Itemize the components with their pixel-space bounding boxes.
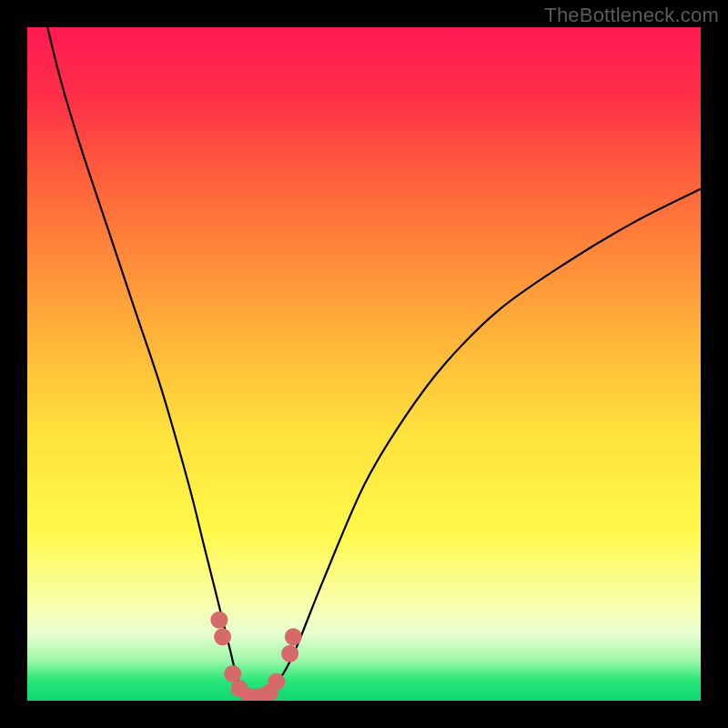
highlight-point (224, 665, 241, 682)
highlight-point (210, 612, 228, 629)
highlight-point (281, 645, 298, 662)
highlight-point (285, 628, 302, 645)
watermark-text: TheBottleneck.com (544, 4, 719, 27)
chart-frame: TheBottleneck.com (0, 0, 728, 728)
highlight-point (268, 673, 285, 691)
gradient-background (27, 27, 701, 701)
chart-svg (27, 27, 701, 701)
highlight-point (214, 628, 231, 645)
plot-area (27, 27, 701, 701)
